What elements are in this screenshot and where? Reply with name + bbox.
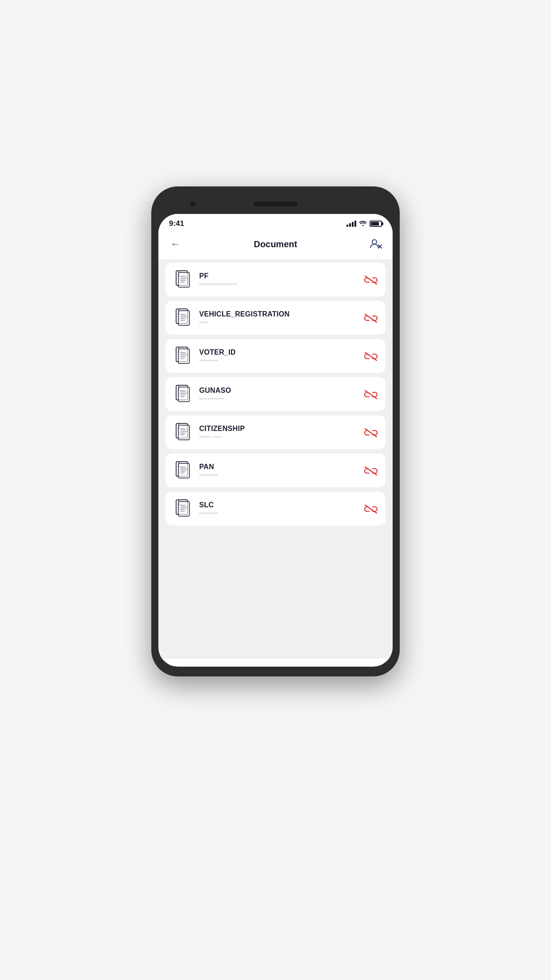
document-icon	[175, 308, 191, 327]
unlink-button[interactable]	[364, 389, 378, 399]
battery-icon	[370, 221, 382, 227]
svg-rect-78	[181, 511, 185, 512]
document-list-item[interactable]: PF ••••••••••••••••••	[165, 263, 386, 296]
doc-icon-wrap	[173, 461, 193, 480]
svg-rect-51	[178, 425, 189, 440]
unlink-icon	[364, 313, 378, 323]
document-icon	[175, 385, 191, 403]
svg-rect-29	[178, 349, 189, 364]
wifi-icon	[359, 220, 367, 228]
svg-rect-11	[181, 280, 186, 281]
unlink-button[interactable]	[364, 312, 378, 323]
svg-rect-32	[181, 355, 188, 356]
svg-rect-53	[181, 429, 187, 430]
svg-rect-65	[181, 469, 188, 470]
camera-dot	[190, 202, 196, 207]
svg-rect-23	[181, 320, 185, 321]
doc-info: VEHICLE_REGISTRATION ••••	[199, 310, 358, 326]
doc-subtitle: ••••••••••••••••••	[199, 281, 358, 288]
svg-rect-73	[178, 502, 189, 516]
document-list: PF ••••••••••••••••••	[158, 259, 393, 659]
doc-info: SLC •••••••••	[199, 501, 358, 517]
svg-rect-67	[181, 473, 185, 474]
doc-subtitle: •••••• ••••	[199, 434, 358, 440]
svg-line-35	[365, 352, 377, 360]
document-icon	[175, 347, 191, 365]
unlink-button[interactable]	[364, 465, 378, 476]
doc-info: CITIZENSHIP •••••• ••••	[199, 425, 358, 440]
unlink-icon	[364, 275, 378, 285]
svg-rect-7	[178, 273, 189, 287]
back-button[interactable]: ←	[167, 236, 183, 252]
doc-subtitle: •••••••••	[199, 358, 358, 364]
document-list-item[interactable]: SLC •••••••••	[165, 492, 386, 526]
document-list-item[interactable]: GUNASO ••••••••••••	[165, 377, 386, 411]
svg-rect-66	[181, 471, 186, 472]
unlink-button[interactable]	[364, 274, 378, 285]
user-remove-button[interactable]	[368, 236, 384, 252]
doc-icon-wrap	[173, 308, 193, 328]
doc-subtitle: ••••••••••••	[199, 396, 358, 402]
svg-line-13	[365, 276, 377, 284]
status-time: 9:41	[169, 219, 184, 228]
document-list-item[interactable]: PAN •••••••••	[165, 454, 386, 487]
doc-info: PF ••••••••••••••••••	[199, 272, 358, 288]
doc-icon-wrap	[173, 346, 193, 366]
unlink-icon	[364, 504, 378, 514]
document-list-item[interactable]: CITIZENSHIP •••••• ••••	[165, 415, 386, 449]
svg-line-68	[365, 467, 377, 475]
doc-icon-wrap	[173, 270, 193, 289]
document-icon	[175, 499, 191, 518]
page-title: Document	[254, 239, 297, 249]
svg-rect-21	[181, 316, 188, 317]
svg-rect-10	[181, 278, 188, 279]
phone-top-bar	[158, 196, 393, 212]
document-icon	[175, 461, 191, 480]
speaker	[253, 202, 298, 206]
svg-rect-54	[181, 431, 188, 432]
unlink-icon	[364, 351, 378, 361]
status-bar: 9:41	[158, 214, 393, 232]
svg-rect-64	[181, 467, 187, 468]
document-icon	[175, 270, 191, 289]
svg-rect-20	[181, 315, 187, 316]
doc-info: GUNASO ••••••••••••	[199, 387, 358, 402]
svg-rect-76	[181, 507, 188, 508]
svg-line-79	[365, 505, 377, 513]
svg-rect-22	[181, 318, 186, 319]
unlink-icon	[364, 466, 378, 475]
svg-rect-55	[181, 433, 186, 434]
svg-rect-77	[181, 509, 186, 510]
app-header: ← Document	[158, 232, 393, 259]
doc-title: VEHICLE_REGISTRATION	[199, 310, 358, 318]
doc-subtitle: ••••	[199, 320, 358, 326]
doc-icon-wrap	[173, 384, 193, 404]
svg-rect-40	[178, 387, 189, 402]
svg-rect-9	[181, 277, 187, 277]
document-list-item[interactable]: VOTER_ID •••••••••	[165, 339, 386, 373]
svg-rect-18	[178, 311, 189, 325]
doc-title: VOTER_ID	[199, 348, 358, 356]
svg-rect-44	[181, 395, 186, 395]
page-wrapper: 9:41	[0, 0, 551, 980]
svg-rect-34	[181, 358, 185, 359]
doc-title: PF	[199, 272, 358, 280]
unlink-button[interactable]	[364, 427, 378, 438]
status-icons	[346, 220, 382, 228]
svg-rect-75	[181, 506, 187, 506]
doc-info: PAN •••••••••	[199, 463, 358, 478]
doc-title: PAN	[199, 463, 358, 471]
svg-rect-31	[181, 353, 187, 354]
svg-rect-56	[181, 435, 185, 435]
svg-rect-62	[178, 463, 189, 478]
doc-icon-wrap	[173, 423, 193, 442]
doc-title: CITIZENSHIP	[199, 425, 358, 433]
svg-rect-12	[181, 282, 185, 283]
svg-rect-42	[181, 391, 187, 392]
document-list-item[interactable]: VEHICLE_REGISTRATION ••••	[165, 301, 386, 335]
unlink-icon	[364, 427, 378, 437]
unlink-button[interactable]	[364, 351, 378, 361]
svg-line-46	[365, 391, 377, 399]
unlink-button[interactable]	[364, 503, 378, 514]
doc-icon-wrap	[173, 499, 193, 518]
